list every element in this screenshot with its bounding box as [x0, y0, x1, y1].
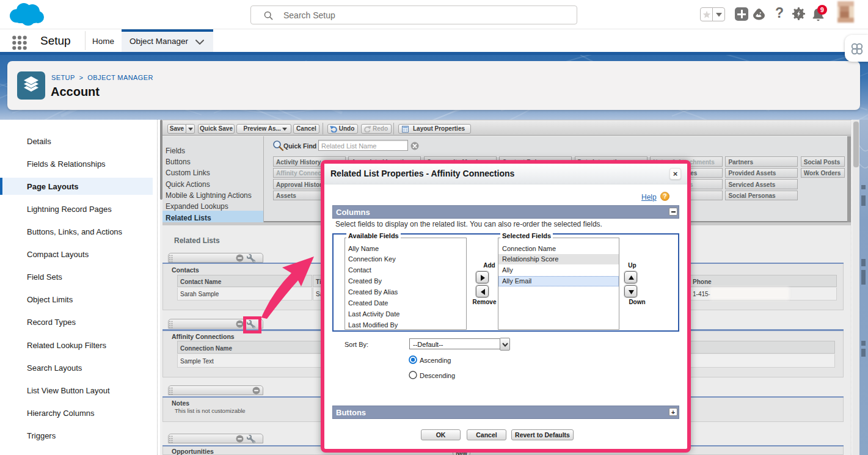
svg-text:?: ?	[663, 193, 666, 200]
